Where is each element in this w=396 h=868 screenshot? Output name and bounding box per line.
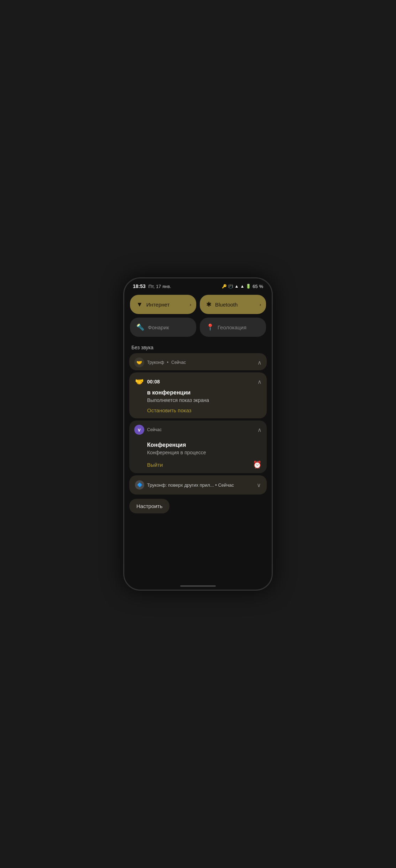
notifications-list: 🤝 Труконф • Сейчас ∧ 🤝 00:08 ∧ <box>124 353 272 495</box>
tile-location-label: Геолокация <box>218 324 246 330</box>
notif-body-screen: в конференции Выполняется показ экрана О… <box>129 389 267 418</box>
notif-collapse-chevron-screen[interactable]: ∧ <box>257 378 262 385</box>
avatar-letter: v <box>138 427 141 433</box>
tile-flashlight[interactable]: 🔦 Фонарик <box>130 318 196 337</box>
date-display: Пт, 17 янв. <box>148 284 171 289</box>
notif-avatar-v: v <box>134 425 144 435</box>
notif-timer: 00:08 <box>147 379 160 385</box>
battery-icon: 🔋 <box>246 284 251 289</box>
notif-collapsed-text-overlay: Труконф: поверх других прил... • Сейчас <box>147 482 234 488</box>
notif-header-left-screen: 🤝 00:08 <box>134 377 160 387</box>
notif-conference-body: Конференция Конференция в процессе Выйти… <box>129 438 267 473</box>
tile-internet[interactable]: ▼ Интернет › <box>130 295 196 314</box>
tile-bluetooth-label: Bluetooth <box>215 302 238 308</box>
conference-actions: Выйти ⏰ <box>147 460 262 469</box>
notif-header-conference: v Сейчас ∧ <box>129 420 267 438</box>
phone-screen: 18:53 Пт, 17 янв. 🔑 📳 ▲ ▲ 🔋 65 % ▼ Интер… <box>124 278 272 590</box>
settings-button[interactable]: Настроить <box>129 499 170 513</box>
notif-subtitle-screen: Выполняется показ экрана <box>147 397 262 403</box>
exit-button[interactable]: Выйти <box>147 462 163 468</box>
notif-card-trukonf-header: 🤝 Труконф • Сейчас ∧ <box>129 353 267 370</box>
notif-collapsed-left: 🔷 Труконф: поверх других прил... • Сейча… <box>135 480 234 490</box>
key-icon: 🔑 <box>222 284 227 289</box>
trukonf-orange-icon: 🤝 <box>134 377 144 387</box>
notif-collapse-chevron-trukonf[interactable]: ∧ <box>257 359 262 366</box>
notif-time-trukonf: Сейчас <box>171 360 186 365</box>
notif-app-name-trukonf: Труконф <box>147 360 164 365</box>
notif-card-collapsed-overlay[interactable]: 🔷 Труконф: поверх других прил... • Сейча… <box>129 475 267 495</box>
notif-card-conference: v Сейчас ∧ Конференция Конференция в про… <box>129 420 267 473</box>
tile-location[interactable]: 📍 Геолокация <box>200 318 266 337</box>
wifi-signal-icon: ▲ <box>235 284 239 289</box>
internet-arrow-icon: › <box>190 302 191 307</box>
status-bar: 18:53 Пт, 17 янв. 🔑 📳 ▲ ▲ 🔋 65 % <box>124 278 272 292</box>
notif-time-conference: Сейчас <box>147 427 162 432</box>
time-display: 18:53 <box>133 283 146 289</box>
notif-dot-1: • <box>167 360 168 365</box>
snooze-icon[interactable]: ⏰ <box>253 460 262 469</box>
notif-header-left-trukonf: 🤝 Труконф • Сейчас <box>134 357 186 367</box>
notif-header-left-conference: v Сейчас <box>134 425 162 435</box>
notif-title-screen: в конференции <box>147 389 262 396</box>
trukonf-app-icon: 🤝 <box>134 357 144 367</box>
status-left: 18:53 Пт, 17 янв. <box>133 283 171 289</box>
notif-collapsed-chevron-overlay[interactable]: ∨ <box>257 482 261 488</box>
trukonf-overlay-icon: 🔷 <box>135 480 144 490</box>
conference-subtitle: Конференция в процессе <box>147 450 262 455</box>
quick-tiles-grid: ▼ Интернет › ✱ Bluetooth › 🔦 Фонарик 📍 Г… <box>124 292 272 340</box>
location-icon: 📍 <box>206 323 214 331</box>
notif-action-stop-screen[interactable]: Остановить показ <box>147 407 262 413</box>
signal-icon: ▲ <box>240 284 244 289</box>
tile-internet-label: Интернет <box>146 302 170 308</box>
bluetooth-arrow-icon: › <box>260 302 261 307</box>
bluetooth-icon: ✱ <box>206 300 212 308</box>
status-right: 🔑 📳 ▲ ▲ 🔋 65 % <box>222 284 263 289</box>
home-indicator <box>180 585 216 587</box>
battery-level: 65 % <box>252 284 263 289</box>
notif-header-trukonf: 🤝 Труконф • Сейчас ∧ <box>129 353 267 370</box>
silent-mode-label: Без звука <box>124 340 272 353</box>
settings-btn-container: Настроить <box>129 499 170 513</box>
notif-collapse-chevron-conference[interactable]: ∧ <box>257 427 262 433</box>
tile-bluetooth[interactable]: ✱ Bluetooth › <box>200 295 266 314</box>
notif-card-conference-screen: 🤝 00:08 ∧ в конференции Выполняется пока… <box>129 372 267 418</box>
conference-title: Конференция <box>147 442 262 448</box>
vibrate-icon: 📳 <box>228 284 233 289</box>
flashlight-icon: 🔦 <box>136 323 144 331</box>
notif-header-screen: 🤝 00:08 ∧ <box>129 372 267 389</box>
phone-frame: 18:53 Пт, 17 янв. 🔑 📳 ▲ ▲ 🔋 65 % ▼ Интер… <box>123 277 273 591</box>
tile-flashlight-label: Фонарик <box>148 324 169 330</box>
wifi-icon: ▼ <box>136 301 143 308</box>
